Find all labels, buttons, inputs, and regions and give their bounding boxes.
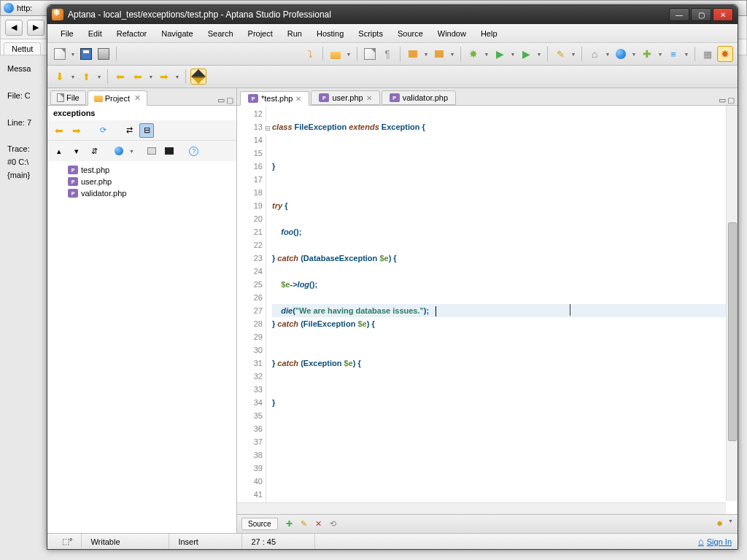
nav-back-button[interactable]: ⬅ [112, 69, 128, 85]
menu-window[interactable]: Window [430, 26, 473, 41]
nav-fwd-button[interactable]: ➡ [156, 69, 172, 85]
close-tab-icon[interactable]: ✕ [366, 94, 372, 102]
maximize-view-icon[interactable]: ▢ [226, 96, 233, 105]
horizontal-scrollbar[interactable] [237, 502, 726, 514]
delete-icon[interactable]: ✕ [313, 518, 325, 530]
terminal-button[interactable] [144, 144, 159, 158]
save-button[interactable] [78, 46, 94, 62]
menu-help[interactable]: Help [473, 26, 505, 41]
project-tree[interactable]: P test.php P user.php P validator.php [47, 161, 236, 533]
project-view-tab[interactable]: Project ✕ [88, 90, 147, 106]
tree-item-test[interactable]: P test.php [50, 164, 233, 176]
menu-refactor[interactable]: Refactor [109, 26, 155, 41]
run-button[interactable]: ▶ [492, 46, 508, 62]
tree-item-user[interactable]: P user.php [50, 176, 233, 187]
menu-hosting[interactable]: Hosting [309, 26, 351, 41]
tree-item-validator[interactable]: P validator.php [50, 187, 233, 199]
bg-forward-button[interactable]: ▶ [27, 20, 44, 36]
new-dropdown[interactable]: ▼ [69, 52, 77, 57]
close-icon[interactable]: ✕ [134, 93, 141, 103]
menu-edit[interactable]: Edit [81, 26, 109, 41]
home-dropdown[interactable]: ▼ [604, 52, 611, 57]
aptana-perspective-button[interactable]: ✸ [717, 46, 733, 62]
expand-down-button[interactable]: ⬇ [52, 69, 68, 85]
paragraph-button[interactable]: ¶ [379, 46, 395, 62]
home-button[interactable]: ⌂ [587, 46, 603, 62]
scrollbar-thumb[interactable] [728, 222, 737, 441]
sort-button[interactable]: ⇵ [87, 144, 101, 158]
editor-tab-test[interactable]: P *test.php ✕ [240, 91, 309, 106]
tag-dropdown[interactable]: ▼ [422, 52, 430, 57]
help-button[interactable]: ? [187, 144, 201, 158]
open-folder-button[interactable] [328, 46, 344, 62]
code-content[interactable]: class FileException extends Exception { … [266, 106, 738, 514]
sign-in-link[interactable]: ⌂ Sign In [698, 536, 732, 547]
editor-tab-validator[interactable]: P validator.php [382, 90, 456, 105]
source-tab[interactable]: Source [241, 518, 278, 530]
debug-step-button[interactable]: ⤵ [302, 46, 318, 62]
perspective-button[interactable]: ▦ [700, 46, 716, 62]
close-button[interactable]: ✕ [713, 8, 733, 21]
code-editor[interactable]: 1213141516171819202122232425262728293031… [237, 106, 738, 514]
maximize-button[interactable]: ▢ [691, 8, 711, 21]
titlebar[interactable]: Aptana - local_test/exceptions/test.php … [47, 5, 738, 24]
wand-dropdown[interactable]: ▼ [570, 52, 577, 57]
file-view-tab[interactable]: File [50, 90, 86, 105]
debug-button[interactable]: ✸ [465, 46, 481, 62]
bg-back-button[interactable]: ◀ [5, 20, 23, 36]
editor-tab-user[interactable]: P user.php ✕ [311, 90, 379, 105]
tag-button[interactable] [405, 46, 421, 62]
menu-navigate[interactable]: Navigate [154, 26, 200, 41]
doc-button[interactable] [362, 46, 378, 62]
refresh-button[interactable]: ⟳ [96, 123, 110, 138]
console-button[interactable] [162, 144, 177, 158]
folder-dropdown[interactable]: ▼ [345, 52, 352, 57]
minimize-editor-icon[interactable]: ▭ [719, 96, 726, 105]
expand-dropdown[interactable]: ▼ [69, 74, 77, 79]
debug-dropdown[interactable]: ▼ [483, 52, 490, 57]
fwd-dropdown[interactable]: ▼ [174, 74, 181, 79]
wand-button[interactable]: ✎ [552, 46, 568, 62]
web-button[interactable] [112, 144, 126, 158]
script-button[interactable]: ≡ [665, 46, 681, 62]
highlight-button[interactable] [190, 69, 206, 85]
settings-icon[interactable]: ✸ [713, 518, 725, 530]
nav-fwd-button[interactable]: ➡ [69, 123, 84, 138]
sync-icon[interactable]: ⟲ [328, 518, 339, 530]
collapse-all-button[interactable]: ⊟ [139, 123, 154, 138]
nav-back2-button[interactable]: ⬅ [130, 69, 146, 85]
up-button[interactable]: ▴ [52, 144, 66, 158]
globe-dropdown[interactable]: ▼ [630, 52, 638, 57]
menu-search[interactable]: Search [201, 26, 241, 41]
run-ext-button[interactable]: ▶ [518, 46, 534, 62]
down-button[interactable]: ▾ [69, 144, 84, 158]
line-gutter[interactable]: 1213141516171819202122232425262728293031… [237, 106, 266, 514]
menu-source[interactable]: Source [390, 26, 430, 41]
menu-file[interactable]: File [53, 26, 81, 41]
menu-project[interactable]: Project [241, 26, 280, 41]
status-indicator[interactable]: ⬚° [53, 537, 81, 546]
menu-run[interactable]: Run [280, 26, 309, 41]
minimize-view-icon[interactable]: ▭ [217, 96, 225, 105]
new-button[interactable] [52, 46, 68, 62]
bg-tab[interactable]: Nettut [4, 42, 41, 55]
plugin-button[interactable]: ✚ [639, 46, 655, 62]
back-dropdown[interactable]: ▼ [147, 74, 155, 79]
run-ext-dropdown[interactable]: ▼ [535, 52, 543, 57]
collapse-dropdown[interactable]: ▼ [96, 74, 103, 79]
print-button[interactable] [96, 46, 112, 62]
collapse-button[interactable]: ⬆ [78, 69, 94, 85]
tag2-button[interactable] [431, 46, 447, 62]
link-editor-button[interactable]: ⇄ [122, 123, 136, 138]
maximize-editor-icon[interactable]: ▢ [727, 96, 735, 105]
nav-back-button[interactable]: ⬅ [52, 123, 66, 138]
vertical-scrollbar[interactable] [726, 106, 738, 501]
globe-button[interactable] [613, 46, 629, 62]
plugin-dropdown[interactable]: ▼ [657, 52, 664, 57]
script-dropdown[interactable]: ▼ [683, 52, 690, 57]
menu-scripts[interactable]: Scripts [351, 26, 390, 41]
tag2-dropdown[interactable]: ▼ [449, 52, 456, 57]
minimize-button[interactable]: — [669, 8, 689, 21]
run-dropdown[interactable]: ▼ [509, 52, 516, 57]
close-tab-icon[interactable]: ✕ [295, 95, 301, 103]
